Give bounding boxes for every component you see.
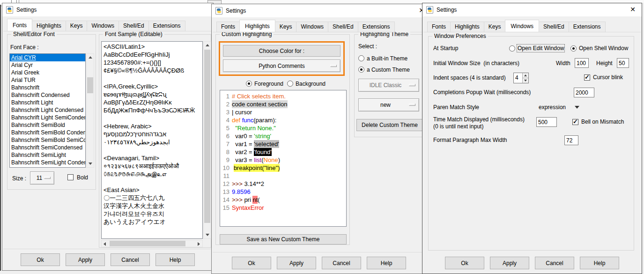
code-line[interactable]: 11 <box>221 172 345 180</box>
scroll-up-button[interactable] <box>204 42 211 49</box>
code-line[interactable]: 9 var3 = list(None) <box>221 156 345 164</box>
cancel-button[interactable]: Cancel <box>535 257 574 269</box>
font-list-item[interactable]: Arial TUR <box>10 76 85 84</box>
chevron-down-icon[interactable] <box>575 106 579 109</box>
tab-fonts[interactable]: Fonts <box>216 22 240 32</box>
font-list-item[interactable]: Bahnschrift Light Condensed <box>10 106 85 114</box>
ok-button[interactable]: Ok <box>445 257 484 269</box>
code-segment-builtin[interactable]: list <box>254 156 261 164</box>
custom-theme-dropdown[interactable]: new <box>358 98 419 111</box>
open-shell-window-radio[interactable] <box>570 45 577 52</box>
tab-shell-ed[interactable]: Shell/Ed <box>328 22 358 32</box>
font-list-item[interactable]: Arial Greek <box>10 69 85 76</box>
code-line[interactable]: 139.8596 <box>221 188 345 196</box>
code-segment-plain[interactable]: ) <box>278 156 280 164</box>
code-segment-plain[interactable]: var2 = <box>232 148 254 156</box>
code-line[interactable]: 4def func(param): <box>221 116 345 124</box>
code-segment-comment[interactable]: # Click selects item. <box>232 92 286 100</box>
bell-on-mismatch-checkbox[interactable] <box>572 119 578 125</box>
code-line[interactable]: 3| cursor <box>221 108 345 116</box>
code-segment-stdout[interactable]: 9.8596 <box>232 188 251 196</box>
font-list-item[interactable]: Bahnschrift SemiBold Condensed <box>10 129 85 136</box>
font-list-item[interactable]: Arial Cyr <box>10 61 85 69</box>
open-edit-window-label[interactable]: Open Edit Window <box>518 45 564 52</box>
tab-windows[interactable]: Windows <box>296 22 328 32</box>
tab-extensions[interactable]: Extensions <box>358 22 395 32</box>
code-line[interactable]: 6 var0 = 'string' <box>221 132 345 140</box>
font-list-item[interactable]: Bahnschrift SemiBold SemiCondensed <box>10 136 85 144</box>
font-list-item[interactable]: Bahnschrift Condensed <box>10 91 85 99</box>
scroll-up-button[interactable] <box>87 54 94 61</box>
scroll-left-button[interactable] <box>102 240 109 247</box>
save-custom-theme-button[interactable]: Save as New Custom Theme <box>220 234 347 244</box>
code-segment-breakpoint[interactable]: breakpoint("line") <box>234 164 280 172</box>
code-segment-plain[interactable]: ( <box>258 196 259 204</box>
delete-custom-theme-button[interactable]: Delete Custom Theme <box>356 119 423 131</box>
font-list-item[interactable]: Bahnschrift <box>10 84 85 91</box>
help-button[interactable]: Help <box>367 257 406 269</box>
cancel-button[interactable]: Cancel <box>322 257 361 269</box>
tab-windows[interactable]: Windows <box>505 20 539 32</box>
tab-highlights[interactable]: Highlights <box>239 20 275 32</box>
builtin-theme-radio[interactable] <box>358 55 364 61</box>
scroll-thumb[interactable] <box>110 241 185 246</box>
code-segment-context[interactable]: code context section <box>232 100 288 108</box>
font-list-scrollbar[interactable] <box>86 53 94 168</box>
code-segment-definition[interactable]: func <box>242 116 254 124</box>
code-segment-plain[interactable]: pri <box>243 196 253 204</box>
custom-theme-radio[interactable] <box>358 67 364 73</box>
help-button[interactable]: Help <box>155 253 195 266</box>
tab-highlights[interactable]: Highlights <box>450 22 484 32</box>
code-line[interactable]: 10 breakpoint("line") <box>221 164 345 172</box>
font-face-listbox[interactable]: Arial CYRArial CyrArial GreekArial TURBa… <box>9 53 86 168</box>
code-line[interactable]: 5 "Return None." <box>221 124 345 132</box>
tab-fonts[interactable]: Fonts <box>7 19 32 31</box>
spinner-arrows-icon[interactable] <box>522 73 528 83</box>
sample-vscrollbar[interactable] <box>203 41 211 239</box>
tab-shell-ed[interactable]: Shell/Ed <box>539 22 569 32</box>
code-line[interactable]: 2code context section <box>221 100 345 108</box>
open-edit-window-radio[interactable] <box>509 45 515 52</box>
code-segment-console[interactable]: >>> <box>232 196 243 204</box>
titlebar[interactable]: Settings ✕ <box>212 4 426 17</box>
tab-keys[interactable]: Keys <box>484 22 506 32</box>
code-line[interactable]: 12>>> 3.14**2 <box>221 180 345 188</box>
code-line[interactable]: 1# Click selects item. <box>221 92 345 100</box>
font-list-item[interactable]: Bahnschrift Light <box>10 99 85 106</box>
font-list-item[interactable]: Bahnschrift SemiCondensed <box>10 144 85 151</box>
code-line[interactable]: 14>>> pri nt( <box>221 196 345 204</box>
titlebar[interactable]: Settings <box>2 3 213 16</box>
scroll-thumb[interactable] <box>204 50 210 223</box>
code-segment-plain[interactable]: var0 = <box>232 132 254 140</box>
bold-checkbox[interactable] <box>67 174 74 180</box>
tab-windows[interactable]: Windows <box>87 21 119 31</box>
code-line[interactable]: 7 var1 = 'selected' <box>221 140 345 148</box>
foreground-radio[interactable] <box>246 81 252 87</box>
builtin-theme-dropdown[interactable]: IDLE Classic <box>358 79 419 92</box>
code-segment-error[interactable]: nt <box>252 196 258 204</box>
scroll-down-button[interactable] <box>204 231 211 238</box>
scroll-thumb[interactable] <box>87 77 93 93</box>
ok-button[interactable]: Ok <box>21 253 60 266</box>
ok-button[interactable]: Ok <box>232 257 271 269</box>
code-segment-console[interactable]: >>> <box>232 180 243 188</box>
code-segment-select[interactable]: 'selected' <box>254 140 279 148</box>
font-list-item[interactable]: Bahnschrift SemiLight <box>10 151 85 159</box>
tab-fonts[interactable]: Fonts <box>427 22 451 32</box>
font-list-item[interactable]: Bahnschrift SemiBold <box>10 121 85 129</box>
tab-keys[interactable]: Keys <box>275 22 297 32</box>
tab-keys[interactable]: Keys <box>66 21 88 31</box>
font-sample-text[interactable]: <ASCII/Latin1> AaBbCcDdEeFfGgHhIiJj 1234… <box>101 41 203 239</box>
indent-spaces-spinner[interactable]: 4 <box>513 73 529 83</box>
time-match-input[interactable] <box>536 117 557 127</box>
background-radio[interactable] <box>287 81 293 87</box>
tab-extensions[interactable]: Extensions <box>148 21 185 31</box>
font-size-dropdown[interactable]: 11 <box>30 171 54 185</box>
help-button[interactable]: Help <box>580 257 619 269</box>
font-list-item[interactable]: Bahnschrift Light SemiCondensed <box>10 114 85 121</box>
paren-match-style-value[interactable]: expression <box>539 104 566 111</box>
tab-highlights[interactable]: Highlights <box>32 21 66 31</box>
titlebar[interactable]: Settings ✕ <box>422 3 642 16</box>
apply-button[interactable]: Apply <box>66 253 105 266</box>
code-segment-plain[interactable]: var1 = <box>232 140 254 148</box>
